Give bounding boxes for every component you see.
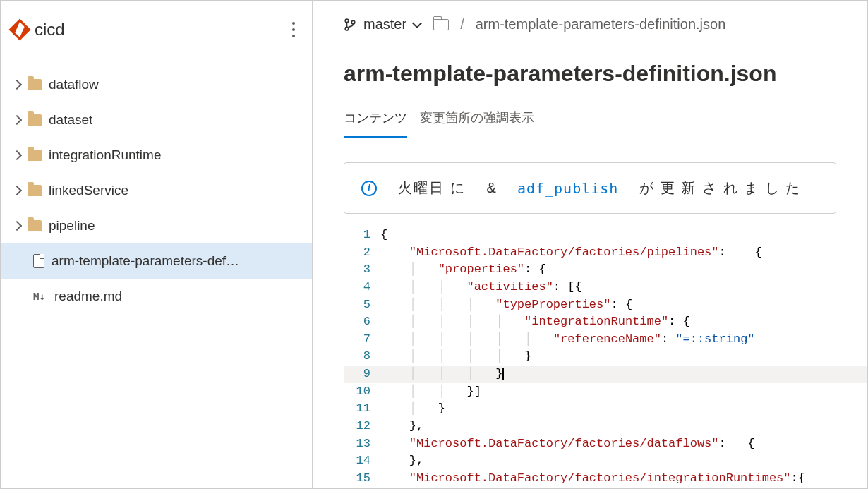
code-line[interactable]: 14 }, xyxy=(344,452,867,470)
topbar: master / arm-template-parameters-definit… xyxy=(313,1,867,40)
tree-folder[interactable]: dataflow xyxy=(1,67,312,102)
tree-file[interactable]: arm-template-parameters-def… xyxy=(1,243,312,279)
folder-icon[interactable] xyxy=(433,19,449,30)
info-day: 火曜日 に xyxy=(398,179,466,198)
tree-item-label: integrationRuntime xyxy=(49,147,161,163)
folder-icon xyxy=(28,79,42,90)
line-number: 5 xyxy=(344,296,380,314)
folder-icon xyxy=(28,220,42,231)
page-title: arm-template-parameters-definition.json xyxy=(313,40,867,104)
tab[interactable]: 変更箇所の強調表示 xyxy=(420,104,534,138)
folder-icon xyxy=(28,185,42,196)
line-number: 9 xyxy=(344,366,380,383)
code-content[interactable]: │ } xyxy=(380,400,445,418)
breadcrumb-file[interactable]: arm-template-parameters-definition.json xyxy=(476,16,726,32)
repo-name: cicd xyxy=(35,20,65,40)
code-line[interactable]: 15 "Microsoft.DataFactory/factories/inte… xyxy=(344,470,867,488)
code-content[interactable]: │ │ }] xyxy=(380,383,481,401)
code-content[interactable]: │ "properties": { xyxy=(380,261,546,279)
chevron-right-icon xyxy=(12,186,22,195)
code-content[interactable]: │ │ │ │ } xyxy=(380,348,531,366)
code-line[interactable]: 6 │ │ │ │ "integrationRuntime": { xyxy=(344,313,867,331)
tree-folder[interactable]: linkedService xyxy=(1,173,312,208)
line-number: 3 xyxy=(344,261,380,279)
more-menu-button[interactable] xyxy=(288,18,299,42)
line-number: 8 xyxy=(344,348,380,366)
info-bar: i 火曜日 に & adf_publish が 更 新 さ れ ま し た xyxy=(344,162,836,214)
line-number: 1 xyxy=(344,227,380,244)
tree-item-label: dataset xyxy=(49,112,92,128)
code-content[interactable]: │ │ │ "typeProperties": { xyxy=(380,296,632,314)
chevron-right-icon xyxy=(12,115,22,125)
sidebar-header: cicd xyxy=(1,5,312,67)
code-line[interactable]: 12 }, xyxy=(344,418,867,435)
info-branch-link[interactable]: adf_publish xyxy=(517,180,618,197)
folder-icon xyxy=(28,150,42,161)
info-tail: が 更 新 さ れ ま し た xyxy=(639,179,801,198)
code-content[interactable]: │ │ │ │ "integrationRuntime": { xyxy=(380,313,690,331)
tree-folder[interactable]: pipeline xyxy=(1,208,312,243)
code-line[interactable]: 8 │ │ │ │ } xyxy=(344,348,867,366)
breadcrumb-separator: / xyxy=(460,16,464,32)
branch-name: master xyxy=(363,16,406,32)
info-amp: & xyxy=(487,180,496,196)
code-content[interactable]: }, xyxy=(380,452,423,470)
code-content[interactable]: { xyxy=(380,227,387,244)
line-number: 2 xyxy=(344,244,380,262)
code-line[interactable]: 7 │ │ │ │ │ "referenceName": "=::string" xyxy=(344,331,867,349)
file-tree-sidebar: cicd dataflowdatasetintegrationRuntimeli… xyxy=(1,1,313,488)
tree-item-label: arm-template-parameters-def… xyxy=(52,253,239,269)
code-line[interactable]: 11 │ } xyxy=(344,400,867,418)
code-content[interactable]: │ │ │ } xyxy=(380,366,504,383)
svg-point-1 xyxy=(345,27,349,30)
chevron-right-icon xyxy=(12,150,22,160)
line-number: 4 xyxy=(344,279,380,296)
line-number: 6 xyxy=(344,313,380,331)
tree-item-label: dataflow xyxy=(49,77,99,92)
main-panel: master / arm-template-parameters-definit… xyxy=(313,1,867,488)
line-number: 12 xyxy=(344,418,380,435)
line-number: 14 xyxy=(344,452,380,470)
branch-icon xyxy=(344,18,356,31)
markdown-icon: M↓ xyxy=(33,291,47,302)
folder-icon xyxy=(28,114,42,126)
svg-point-0 xyxy=(345,19,349,23)
line-number: 13 xyxy=(344,435,380,453)
line-number: 15 xyxy=(344,470,380,488)
chevron-right-icon xyxy=(12,80,22,90)
chevron-down-icon xyxy=(412,18,422,28)
code-editor[interactable]: 1{2 "Microsoft.DataFactory/factories/pip… xyxy=(344,227,867,488)
code-line[interactable]: 13 "Microsoft.DataFactory/factories/data… xyxy=(344,435,867,453)
breadcrumb: / arm-template-parameters-definition.jso… xyxy=(433,16,725,32)
tree-folder[interactable]: integrationRuntime xyxy=(1,138,312,173)
line-number: 11 xyxy=(344,400,380,418)
repo-icon xyxy=(8,18,30,40)
code-line[interactable]: 10 │ │ }] xyxy=(344,383,867,401)
code-line[interactable]: 5 │ │ │ "typeProperties": { xyxy=(344,296,867,314)
tabs: コンテンツ変更箇所の強調表示 xyxy=(313,104,867,138)
code-content[interactable]: }, xyxy=(380,418,423,435)
tree-folder[interactable]: dataset xyxy=(1,102,312,138)
tree-item-label: linkedService xyxy=(49,183,128,198)
code-line[interactable]: 9 │ │ │ } xyxy=(344,366,867,383)
code-content[interactable]: "Microsoft.DataFactory/factories/pipelin… xyxy=(380,244,762,262)
file-tree: dataflowdatasetintegrationRuntimelinkedS… xyxy=(1,67,312,314)
code-line[interactable]: 1{ xyxy=(344,227,867,244)
chevron-right-icon xyxy=(12,221,22,231)
code-content[interactable]: "Microsoft.DataFactory/factories/dataflo… xyxy=(380,435,755,453)
line-number: 10 xyxy=(344,383,380,401)
svg-point-2 xyxy=(351,20,355,24)
tree-item-label: readme.md xyxy=(54,289,122,304)
code-line[interactable]: 2 "Microsoft.DataFactory/factories/pipel… xyxy=(344,244,867,262)
tree-file[interactable]: M↓readme.md xyxy=(1,279,312,314)
tab[interactable]: コンテンツ xyxy=(344,104,407,138)
branch-picker[interactable]: master xyxy=(344,16,421,32)
code-content[interactable]: "Microsoft.DataFactory/factories/integra… xyxy=(380,470,805,488)
code-content[interactable]: │ │ │ │ │ "referenceName": "=::string" xyxy=(380,331,755,349)
file-icon xyxy=(33,254,44,268)
code-line[interactable]: 4 │ │ "activities": [{ xyxy=(344,279,867,296)
tree-item-label: pipeline xyxy=(49,218,95,234)
code-line[interactable]: 3 │ "properties": { xyxy=(344,261,867,279)
line-number: 7 xyxy=(344,331,380,349)
code-content[interactable]: │ │ "activities": [{ xyxy=(380,279,582,296)
